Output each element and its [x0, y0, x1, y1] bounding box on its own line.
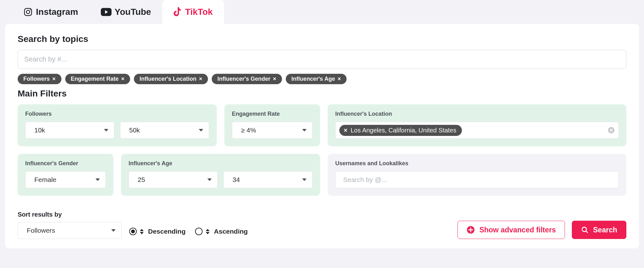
svg-line-8: [586, 231, 588, 233]
search-panel: Search by topics Followers× Engagement R…: [5, 24, 639, 248]
platform-tabs: Instagram YouTube TikTok: [5, 0, 639, 24]
close-icon[interactable]: ×: [344, 127, 348, 134]
influencer-location-filter-card: Influencer's Location × Los Angeles, Cal…: [328, 104, 626, 146]
chevron-down-icon: [207, 178, 212, 181]
influencer-location-label: Influencer's Location: [335, 111, 619, 117]
chip-influencer-gender[interactable]: Influencer's Gender×: [212, 74, 282, 84]
radio-checked-icon: [129, 228, 137, 235]
sort-icon: [140, 229, 144, 234]
sort-icon: [206, 229, 210, 234]
main-filters-title: Main Filters: [18, 89, 626, 99]
usernames-label: Usernames and Lookalikes: [335, 160, 619, 167]
youtube-icon: [101, 8, 112, 16]
clear-icon[interactable]: [608, 127, 615, 134]
tab-label: YouTube: [115, 7, 151, 17]
chip-followers[interactable]: Followers×: [18, 74, 61, 84]
close-icon[interactable]: ×: [337, 76, 341, 82]
search-button[interactable]: Search: [572, 221, 626, 239]
radio-unchecked-icon: [195, 228, 203, 235]
chevron-down-icon: [111, 229, 116, 232]
engagement-rate-filter-card: Engagement Rate ≥ 4%: [224, 104, 320, 146]
usernames-input[interactable]: [335, 171, 619, 188]
search-icon: [581, 226, 589, 234]
svg-point-2: [30, 9, 31, 10]
active-filter-chips: Followers× Engagement Rate× Influencer's…: [18, 74, 626, 84]
sort-descending-radio[interactable]: Descending: [129, 228, 186, 235]
influencer-age-label: Influencer's Age: [129, 160, 313, 167]
plus-circle-icon: [467, 226, 475, 234]
tab-tiktok[interactable]: TikTok: [162, 0, 224, 24]
usernames-lookalikes-card: Usernames and Lookalikes: [328, 154, 626, 196]
tiktok-icon: [174, 7, 182, 17]
show-advanced-filters-button[interactable]: Show advanced filters: [457, 221, 565, 239]
age-max-select[interactable]: 34: [223, 171, 313, 188]
engagement-rate-label: Engagement Rate: [232, 111, 313, 117]
close-icon[interactable]: ×: [199, 76, 202, 82]
close-icon[interactable]: ×: [52, 76, 56, 82]
tab-label: Instagram: [36, 7, 78, 17]
chevron-down-icon: [95, 178, 100, 181]
chip-influencer-age[interactable]: Influencer's Age×: [286, 74, 347, 84]
chevron-down-icon: [302, 178, 307, 181]
tab-youtube[interactable]: YouTube: [89, 0, 163, 24]
followers-label: Followers: [25, 111, 209, 117]
sort-ascending-radio[interactable]: Ascending: [195, 228, 248, 235]
tab-label: TikTok: [185, 7, 213, 17]
gender-select[interactable]: Female: [25, 171, 106, 188]
chevron-down-icon: [104, 129, 108, 131]
close-icon[interactable]: ×: [273, 76, 276, 82]
followers-min-select[interactable]: 10k: [25, 122, 114, 139]
chip-engagement-rate[interactable]: Engagement Rate×: [65, 74, 130, 84]
location-input[interactable]: × Los Angeles, California, United States: [335, 122, 619, 139]
instagram-icon: [23, 7, 33, 17]
influencer-gender-label: Influencer's Gender: [25, 160, 106, 167]
followers-filter-card: Followers 10k 50k: [18, 104, 217, 146]
age-min-select[interactable]: 25: [129, 171, 218, 188]
sort-results-label: Sort results by: [18, 211, 122, 218]
location-chip[interactable]: × Los Angeles, California, United States: [339, 125, 462, 136]
chip-influencer-location[interactable]: Influencer's Location×: [134, 74, 208, 84]
svg-point-1: [26, 10, 30, 14]
sort-by-select[interactable]: Followers: [18, 222, 122, 239]
chevron-down-icon: [302, 129, 307, 131]
topics-search-input[interactable]: [18, 50, 626, 69]
search-by-topics-title: Search by topics: [18, 34, 626, 44]
close-icon[interactable]: ×: [121, 76, 125, 82]
followers-max-select[interactable]: 50k: [120, 122, 209, 139]
tab-instagram[interactable]: Instagram: [12, 0, 89, 24]
chevron-down-icon: [199, 129, 203, 131]
influencer-age-filter-card: Influencer's Age 25 34: [121, 154, 320, 196]
engagement-rate-select[interactable]: ≥ 4%: [232, 122, 313, 139]
influencer-gender-filter-card: Influencer's Gender Female: [18, 154, 113, 196]
